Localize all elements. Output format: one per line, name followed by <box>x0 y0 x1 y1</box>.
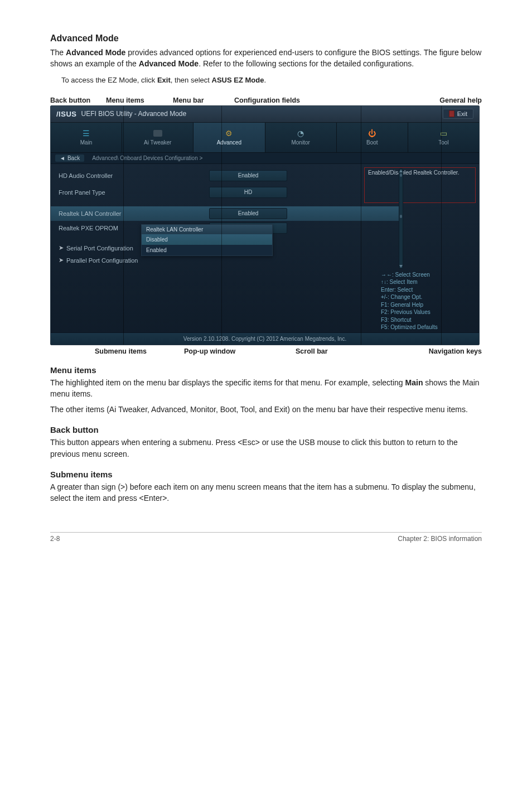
bios-title: UEFI BIOS Utility - Advanced Mode <box>81 110 186 118</box>
back-button-heading: Back button <box>50 425 482 434</box>
text-bold: Advanced Mode <box>66 48 125 57</box>
chapter-label: Chapter 2: BIOS information <box>398 535 482 543</box>
row-hd-audio[interactable]: HD Audio Controller Enabled <box>59 168 395 183</box>
back-arrow-icon: ◄ <box>60 155 65 161</box>
submenu-items-heading: Submenu items <box>50 470 482 479</box>
advanced-mode-heading: Advanced Mode <box>50 33 482 44</box>
advanced-mode-paragraph: The Advanced Mode provides advanced opti… <box>50 47 482 70</box>
text: The <box>50 48 66 57</box>
general-help-box: Enabled/Disabled Realtek Controller. <box>364 167 476 203</box>
tab-label: Tool <box>438 139 448 146</box>
cfg-label: HD Audio Controller <box>59 172 209 179</box>
gear-icon: ⚙ <box>224 129 234 137</box>
guide-line <box>441 106 442 345</box>
version-bar: Version 2.10.1208. Copyright (C) 2012 Am… <box>51 332 479 345</box>
page-number: 2-8 <box>50 535 60 543</box>
row-parallel-port[interactable]: ➤ Parallel Port Configuration <box>59 254 395 267</box>
text-bold: Exit <box>157 76 171 84</box>
text: The highlighted item on the menu bar dis… <box>50 378 405 387</box>
label-scroll-bar: Scroll bar <box>296 347 362 355</box>
tab-monitor[interactable]: ◔ Monitor <box>265 123 337 152</box>
bios-screenshot: /ISUS UEFI BIOS Utility - Advanced Mode … <box>50 105 480 345</box>
tab-main[interactable]: ☰ Main <box>51 123 122 152</box>
tab-ai-tweaker[interactable]: Ai Tweaker <box>122 123 194 152</box>
row-realtek-lan[interactable]: Realtek LAN Controller Enabled <box>51 206 403 221</box>
popup-option-enabled[interactable]: Enabled <box>142 245 272 255</box>
chevron-right-icon: ➤ <box>59 244 64 252</box>
hint: F3: Shortcut <box>381 316 475 324</box>
text-bold: Main <box>405 378 423 387</box>
wrench-icon <box>153 129 163 137</box>
text-bold: ASUS EZ Mode <box>212 76 264 84</box>
label-menu-items: Menu items <box>106 96 173 104</box>
guide-line <box>361 106 361 345</box>
exit-button[interactable]: Exit <box>443 109 473 119</box>
menu-items-paragraph-2: The other items (Ai Tweaker, Advanced, M… <box>50 404 482 415</box>
scroll-handle-top[interactable] <box>400 173 402 177</box>
exit-label: Exit <box>457 110 467 117</box>
page-footer: 2-8 Chapter 2: BIOS information <box>50 532 482 543</box>
breadcrumb-path: Advanced\ Onboard Devices Configuration … <box>92 155 202 161</box>
bios-header: /ISUS UEFI BIOS Utility - Advanced Mode … <box>51 106 479 123</box>
tab-label: Monitor <box>291 139 309 146</box>
back-label: Back <box>67 155 80 161</box>
menu-items-paragraph-1: The highlighted item on the menu bar dis… <box>50 377 482 400</box>
bottom-labels: Submenu items Pop-up window Scroll bar N… <box>50 347 482 355</box>
guide-line <box>221 106 222 345</box>
hint: +/-: Change Opt. <box>381 293 475 301</box>
menu-bar: ☰ Main Ai Tweaker ⚙ Advanced ◔ Monitor ⏻… <box>51 123 479 153</box>
scrollbar[interactable] <box>399 168 403 269</box>
hint: ↑↓: Select Item <box>381 278 475 286</box>
breadcrumb-bar: ◄ Back Advanced\ Onboard Devices Configu… <box>51 153 479 164</box>
back-button[interactable]: ◄ Back <box>55 154 84 162</box>
list-icon: ☰ <box>81 129 91 137</box>
text: . <box>264 76 266 84</box>
cfg-label: Front Panel Type <box>59 189 209 196</box>
note-row: To access the EZ Mode, click Exit, then … <box>50 75 482 85</box>
hint: F2: Previous Values <box>381 308 475 316</box>
row-front-panel[interactable]: Front Panel Type HD <box>59 185 395 200</box>
cfg-value[interactable]: Enabled <box>209 208 287 219</box>
scroll-down-icon <box>399 265 403 268</box>
top-labels: Back button Menu items Menu bar Configur… <box>50 96 482 104</box>
hint: Enter: Select <box>381 286 475 294</box>
tab-label: Ai Tweaker <box>144 139 171 146</box>
label-popup-window: Pop-up window <box>184 347 273 355</box>
popup-window: Realtek LAN Controller Disabled Enabled <box>141 224 273 256</box>
guide-line <box>123 106 124 345</box>
content-area: Enabled/Disabled Realtek Controller. HD … <box>51 164 479 331</box>
submenu-label: Parallel Port Configuration <box>66 257 138 264</box>
scroll-handle-btm[interactable] <box>400 215 402 218</box>
exit-door-icon <box>449 110 454 117</box>
tab-advanced[interactable]: ⚙ Advanced <box>194 123 265 152</box>
tab-boot[interactable]: ⏻ Boot <box>337 123 408 152</box>
popup-option-disabled[interactable]: Disabled <box>142 234 272 245</box>
tab-tool[interactable]: ▭ Tool <box>408 123 479 152</box>
cfg-value[interactable]: Enabled <box>209 170 287 181</box>
cfg-label: Realtek LAN Controller <box>59 210 209 217</box>
text: , then select <box>171 76 212 84</box>
label-menu-bar: Menu bar <box>173 96 234 104</box>
gauge-icon: ◔ <box>296 129 306 137</box>
label-submenu-items: Submenu items <box>95 347 184 355</box>
chevron-right-icon: ➤ <box>59 257 64 264</box>
back-button-paragraph: This button appears when entering a subm… <box>50 437 482 460</box>
tab-label: Main <box>80 139 93 146</box>
hint: F5: Optimized Defaults <box>381 323 475 331</box>
label-back-button: Back button <box>50 96 106 104</box>
tab-label: Boot <box>366 139 378 146</box>
asus-logo: /ISUS <box>56 110 76 118</box>
tab-label: Advanced <box>217 139 241 146</box>
note-text: To access the EZ Mode, click Exit, then … <box>61 76 266 84</box>
hint: F1: General Help <box>381 301 475 309</box>
submenu-items-paragraph: A greater than sign (>) before each item… <box>50 481 482 504</box>
scroll-up-icon <box>399 170 403 172</box>
text: . Refer to the following sections for th… <box>199 59 414 68</box>
popup-title: Realtek LAN Controller <box>142 225 272 234</box>
hint: →←: Select Screen <box>381 271 475 279</box>
toolbox-icon: ▭ <box>438 129 448 137</box>
label-navigation-keys: Navigation keys <box>404 347 482 355</box>
text-bold: Advanced Mode <box>139 59 199 68</box>
menu-items-heading: Menu items <box>50 365 482 375</box>
cfg-value[interactable]: HD <box>209 187 287 198</box>
